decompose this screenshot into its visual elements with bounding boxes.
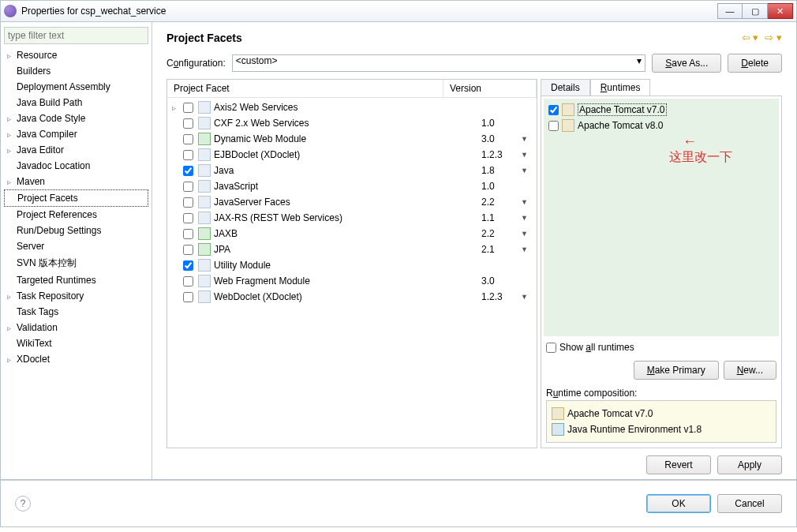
runtime-label: Apache Tomcat v8.0 [578, 120, 664, 131]
sidebar-item-server[interactable]: Server [4, 238, 148, 254]
facet-row[interactable]: JavaServer Faces2.2▼ [167, 194, 537, 210]
sidebar-item-project-references[interactable]: Project References [4, 207, 148, 223]
facet-checkbox[interactable] [183, 182, 193, 192]
tab-details[interactable]: Details [541, 79, 590, 96]
facet-checkbox[interactable] [183, 166, 193, 176]
facet-row[interactable]: CXF 2.x Web Services1.0 [167, 115, 537, 131]
tab-runtimes[interactable]: Runtimes [590, 79, 651, 96]
facet-checkbox[interactable] [183, 276, 193, 287]
new-runtime-button[interactable]: New... [724, 361, 776, 380]
facet-row[interactable]: Dynamic Web Module3.0▼ [167, 131, 537, 147]
version-dropdown-icon[interactable]: ▼ [521, 293, 532, 301]
version-dropdown-icon[interactable]: ▼ [521, 230, 532, 238]
runtime-item[interactable]: Apache Tomcat v7.0 [547, 102, 776, 118]
sidebar-item-java-editor[interactable]: Java Editor [4, 142, 148, 158]
sidebar-item-builders[interactable]: Builders [4, 63, 148, 79]
facet-row[interactable]: EJBDoclet (XDoclet)1.2.3▼ [167, 147, 537, 163]
close-button[interactable]: ✕ [768, 3, 793, 19]
facet-checkbox[interactable] [183, 229, 193, 239]
facet-row[interactable]: JAX-RS (REST Web Services)1.1▼ [167, 210, 537, 226]
facet-row[interactable]: ▹Axis2 Web Services [167, 99, 537, 115]
facet-row[interactable]: Java1.8▼ [167, 163, 537, 178]
help-icon[interactable]: ? [15, 496, 31, 511]
sidebar-item-validation[interactable]: Validation [4, 320, 148, 335]
back-icon[interactable]: ⇦ ▾ [742, 32, 759, 43]
facet-icon [198, 133, 211, 145]
col-header-version[interactable]: Version [443, 80, 537, 97]
facet-row[interactable]: Web Fragment Module3.0 [167, 273, 537, 289]
facet-name: Dynamic Web Module [214, 133, 481, 144]
sidebar-item-java-build-path[interactable]: Java Build Path [4, 95, 148, 111]
facet-icon [198, 243, 211, 256]
col-header-facet[interactable]: Project Facet [167, 80, 443, 97]
right-pane: Details Runtimes Apache Tomcat v7.0Apach… [541, 79, 782, 448]
version-dropdown-icon[interactable]: ▼ [521, 167, 532, 174]
cancel-button[interactable]: Cancel [717, 494, 782, 513]
facet-version: 3.0 [481, 133, 521, 144]
sidebar-item-wikitext[interactable]: WikiText [4, 335, 148, 351]
expand-icon[interactable]: ▹ [172, 103, 183, 112]
configuration-row: Configuration: <custom>▾ Save As... Dele… [167, 54, 782, 73]
runtime-checkbox[interactable] [548, 105, 559, 115]
facet-name: EJBDoclet (XDoclet) [214, 149, 481, 160]
facet-version: 1.1 [481, 212, 521, 223]
jre-icon [552, 423, 564, 436]
make-primary-button[interactable]: Make Primary [634, 361, 719, 380]
version-dropdown-icon[interactable]: ▼ [521, 151, 532, 159]
sidebar-item-run-debug-settings[interactable]: Run/Debug Settings [4, 223, 148, 238]
facet-checkbox[interactable] [183, 213, 193, 223]
facet-icon [198, 227, 211, 240]
composition-item: Apache Tomcat v7.0 [552, 406, 771, 421]
save-as-button[interactable]: Save As... [652, 54, 721, 73]
configuration-select[interactable]: <custom>▾ [232, 54, 646, 72]
facet-icon [198, 275, 211, 287]
runtime-checkbox[interactable] [548, 121, 559, 131]
version-dropdown-icon[interactable]: ▼ [521, 214, 532, 222]
version-dropdown-icon[interactable]: ▼ [521, 245, 532, 253]
sidebar-item-java-compiler[interactable]: Java Compiler [4, 126, 148, 142]
ok-button[interactable]: OK [646, 494, 711, 513]
facet-version: 1.2.3 [481, 291, 521, 302]
minimize-button[interactable]: — [717, 3, 743, 19]
facet-checkbox[interactable] [183, 245, 193, 255]
sidebar-item-deployment-assembly[interactable]: Deployment Assembly [4, 79, 148, 95]
facet-row[interactable]: JavaScript1.0 [167, 178, 537, 194]
forward-icon[interactable]: ⇨ ▾ [765, 32, 782, 43]
facet-row[interactable]: JPA2.1▼ [167, 242, 537, 257]
facet-icon [198, 180, 211, 193]
sidebar-item-targeted-runtimes[interactable]: Targeted Runtimes [4, 272, 148, 288]
facet-checkbox[interactable] [183, 134, 193, 144]
sidebar-item-task-tags[interactable]: Task Tags [4, 304, 148, 320]
footer: ? OK Cancel [0, 480, 797, 527]
sidebar-item-project-facets[interactable]: Project Facets [4, 189, 148, 207]
facet-checkbox[interactable] [183, 197, 193, 208]
sidebar-item-svn-[interactable]: SVN 版本控制 [4, 254, 148, 272]
show-all-checkbox[interactable] [546, 343, 556, 353]
facet-row[interactable]: WebDoclet (XDoclet)1.2.3▼ [167, 289, 537, 305]
facet-checkbox[interactable] [183, 150, 193, 160]
revert-button[interactable]: Revert [646, 455, 711, 474]
content-area: Project Facets ⇦ ▾ ⇨ ▾ Configuration: <c… [152, 22, 796, 479]
facet-icon [198, 117, 211, 129]
version-dropdown-icon[interactable]: ▼ [521, 198, 532, 206]
facet-row[interactable]: JAXB2.2▼ [167, 226, 537, 242]
facet-checkbox[interactable] [183, 118, 193, 129]
maximize-button[interactable]: ▢ [743, 3, 768, 19]
runtime-item[interactable]: Apache Tomcat v8.0 [547, 118, 776, 133]
sidebar-item-task-repository[interactable]: Task Repository [4, 288, 148, 304]
sidebar-item-maven[interactable]: Maven [4, 174, 148, 189]
filter-input[interactable] [4, 27, 148, 44]
facet-checkbox[interactable] [183, 103, 193, 113]
show-all-runtimes[interactable]: Show all runtimes [541, 339, 781, 356]
apply-button[interactable]: Apply [717, 455, 782, 474]
sidebar-item-xdoclet[interactable]: XDoclet [4, 351, 148, 367]
sidebar-item-resource[interactable]: Resource [4, 47, 148, 63]
sidebar-item-java-code-style[interactable]: Java Code Style [4, 111, 148, 126]
delete-button[interactable]: Delete [728, 54, 782, 73]
facet-checkbox[interactable] [183, 260, 193, 271]
sidebar-item-javadoc-location[interactable]: Javadoc Location [4, 158, 148, 174]
facet-name: Utility Module [214, 260, 481, 271]
version-dropdown-icon[interactable]: ▼ [521, 135, 532, 143]
facet-row[interactable]: Utility Module [167, 257, 537, 273]
facet-checkbox[interactable] [183, 292, 193, 302]
